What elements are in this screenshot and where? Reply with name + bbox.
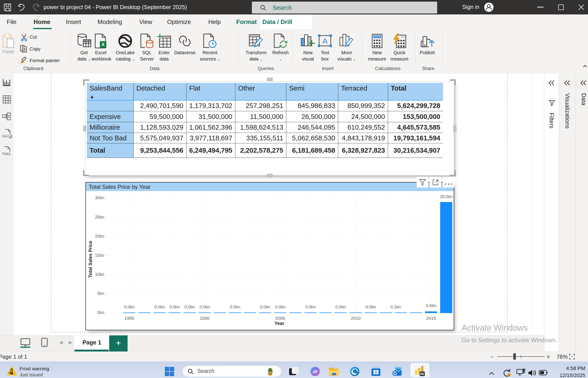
svg-text:A: A <box>322 37 328 45</box>
svg-text:TMDL: TMDL <box>2 152 11 156</box>
svg-text:X: X <box>102 42 105 47</box>
svg-text:DAX: DAX <box>2 134 9 138</box>
svg-text:RS: RS <box>420 372 424 376</box>
